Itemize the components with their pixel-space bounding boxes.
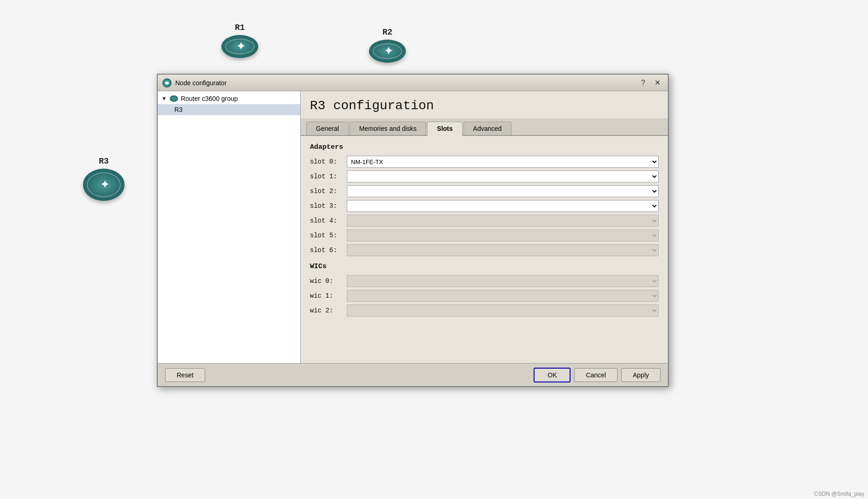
slot-row-2: slot 2: (310, 185, 659, 197)
watermark: CSDN @Smifa_play (814, 491, 864, 497)
app-icon (162, 78, 172, 88)
title-bar-left: Node configurator (162, 78, 226, 88)
slots-content: Adapters slot 0: NM-1FE-TX slot 1: slot … (301, 136, 668, 357)
wics-section-label: WICs (310, 263, 659, 270)
tree-group-label: Router c3600 group (181, 95, 238, 102)
slot-row-0: slot 0: NM-1FE-TX (310, 156, 659, 168)
tree-child-r3[interactable]: R3 (158, 104, 300, 115)
slot-row-6: slot 6: (310, 244, 659, 256)
slot-4-label: slot 4: (310, 217, 347, 224)
dialog-body: ▼ Router c3600 group R3 R3 configuration… (158, 91, 668, 363)
slot-row-1: slot 1: (310, 170, 659, 182)
dialog-title-bar: Node configurator ? ✕ (158, 75, 668, 91)
slot-2-select[interactable] (347, 185, 659, 197)
router-r2-label: R2 (382, 28, 392, 37)
config-title: R3 configuration (301, 91, 668, 119)
slot-6-select[interactable] (347, 244, 659, 256)
router-r2-arrows: ✦ (384, 45, 391, 57)
wic-row-2: wic 2: (310, 305, 659, 317)
tab-general[interactable]: General (306, 122, 349, 135)
slot-2-label: slot 2: (310, 188, 347, 195)
slot-4-select[interactable] (347, 215, 659, 227)
router-r1-arrows: ✦ (237, 41, 244, 53)
close-button[interactable]: ✕ (652, 78, 663, 88)
tree-group-item[interactable]: ▼ Router c3600 group (158, 93, 300, 104)
tree-expand-arrow: ▼ (161, 95, 167, 102)
router-r1-label: R1 (235, 23, 245, 32)
tab-memories[interactable]: Memories and disks (350, 122, 427, 135)
tab-advanced[interactable]: Advanced (464, 122, 511, 135)
slot-3-select[interactable] (347, 200, 659, 212)
wic-1-select[interactable] (347, 290, 659, 302)
slot-5-label: slot 5: (310, 232, 347, 239)
wic-1-label: wic 1: (310, 292, 347, 299)
slot-1-label: slot 1: (310, 173, 347, 180)
router-r3[interactable]: R3 ✦ (83, 157, 125, 201)
cancel-button[interactable]: Cancel (574, 368, 618, 382)
slot-row-3: slot 3: (310, 200, 659, 212)
router-r2-icon[interactable]: ✦ (369, 40, 406, 63)
dialog-title: Node configurator (175, 79, 226, 87)
tabs-bar: General Memories and disks Slots Advance… (301, 119, 668, 136)
reset-button[interactable]: Reset (165, 368, 205, 382)
tree-child-label: R3 (174, 106, 183, 113)
slot-3-label: slot 3: (310, 202, 347, 210)
node-configurator-dialog: Node configurator ? ✕ ▼ Router c3600 gro… (157, 74, 669, 387)
help-button[interactable]: ? (638, 78, 648, 88)
wic-row-1: wic 1: (310, 290, 659, 302)
tree-panel: ▼ Router c3600 group R3 (158, 91, 301, 363)
apply-button[interactable]: Apply (621, 368, 660, 382)
slot-1-select[interactable] (347, 170, 659, 182)
slot-6-label: slot 6: (310, 247, 347, 254)
wic-row-0: wic 0: (310, 275, 659, 287)
router-r3-arrows: ✦ (101, 179, 107, 191)
router-group-icon (170, 95, 178, 102)
router-r2[interactable]: R2 ✦ (369, 28, 406, 63)
slot-5-select[interactable] (347, 229, 659, 241)
svg-point-1 (166, 82, 168, 84)
adapters-section-label: Adapters (310, 143, 659, 151)
router-r3-label: R3 (99, 157, 109, 166)
router-r1[interactable]: R1 ✦ (221, 23, 258, 58)
wic-2-select[interactable] (347, 305, 659, 317)
wic-0-label: wic 0: (310, 277, 347, 285)
router-r1-icon[interactable]: ✦ (221, 35, 258, 58)
wic-0-select[interactable] (347, 275, 659, 287)
slot-row-5: slot 5: (310, 229, 659, 241)
ok-button[interactable]: OK (534, 368, 571, 382)
slot-0-select[interactable]: NM-1FE-TX (347, 156, 659, 168)
router-r3-icon[interactable]: ✦ (83, 169, 125, 201)
wic-2-label: wic 2: (310, 307, 347, 314)
config-panel: R3 configuration General Memories and di… (301, 91, 668, 363)
slot-row-4: slot 4: (310, 215, 659, 227)
slot-0-label: slot 0: (310, 158, 347, 165)
title-bar-right: ? ✕ (638, 78, 663, 88)
tab-slots[interactable]: Slots (427, 122, 462, 136)
dialog-footer: Reset OK Cancel Apply (158, 363, 668, 386)
